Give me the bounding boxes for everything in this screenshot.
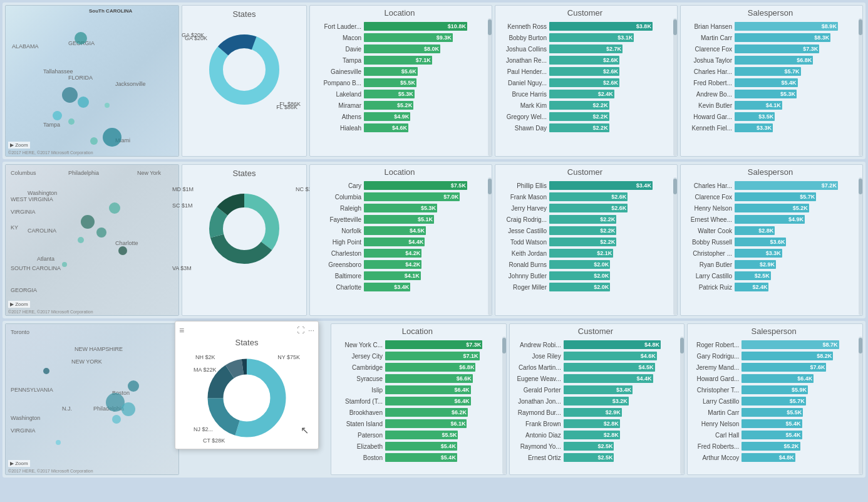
bubble-4	[103, 128, 121, 147]
customer-title-1: Customer	[499, 8, 671, 18]
bar-container: $2.1K	[549, 249, 671, 258]
pennsylvania-label: PENNSYLVANIA	[11, 387, 53, 393]
bar-label: Kenneth Ross	[499, 23, 549, 30]
bar-row: Stamford (T...$6.4K	[335, 396, 500, 406]
popup-expand-icon[interactable]: ⛶	[297, 326, 304, 335]
bar-row: Larry Castillo$5.7K	[691, 396, 856, 406]
bar-container: $7.3K	[735, 44, 856, 53]
bar-label: Jersey City	[335, 353, 385, 360]
location-title-3: Location	[335, 327, 500, 336]
bubble-r3-4	[112, 415, 121, 424]
map-bg-1: SouTh CAROLINA ALABAMA GEORGIA FLORIDA T…	[6, 6, 178, 156]
map-copyright-1: ©2017 HERE, ©2017 Microsoft Corporation	[8, 150, 93, 155]
map-zoom-1[interactable]: ▶ Zoom	[8, 142, 30, 149]
bar-fill: $8.7K	[741, 340, 839, 349]
bar-label: Charles Har...	[685, 68, 735, 75]
bubble-8	[75, 32, 87, 44]
bar-label: Bruce Harris	[499, 91, 549, 98]
bubble-r3-6	[56, 440, 61, 445]
bar-container: $3.3K	[735, 123, 856, 132]
bar-label: Christopher ...	[685, 250, 735, 257]
bar-label: Roger Miller	[499, 284, 549, 291]
popup-ny: NY $75K	[277, 354, 300, 360]
bar-container: $2.9K	[564, 408, 678, 417]
tallahassee-label: Tallahassee	[43, 68, 73, 75]
location-scrollbar-3[interactable]	[502, 337, 506, 474]
bar-container: $7.3K	[385, 340, 500, 349]
bar-fill: $6.4K	[385, 385, 471, 394]
location-scrollbar-2[interactable]	[488, 177, 492, 315]
jacksonville-label: Jacksonville	[115, 81, 146, 87]
bar-fill: $4.9K	[735, 215, 805, 224]
bar-label: Martin Carr	[691, 409, 741, 416]
bar-label: Jonathan Re...	[499, 57, 549, 64]
bar-label: Baltimore	[314, 273, 364, 280]
bar-container: $2.2K	[549, 215, 671, 224]
bar-label: Martin Carr	[685, 34, 735, 41]
bubble-1	[62, 87, 78, 103]
customer-scrollbar-3[interactable]	[680, 337, 684, 474]
bar-container: $5.6K	[364, 67, 485, 76]
bar-row: Gregory Wel...$2.2K	[499, 112, 671, 122]
nc-label: CAROLINA	[28, 227, 56, 234]
bar-label: Andrew Bo...	[685, 91, 735, 98]
bubble-r3-3	[128, 380, 139, 392]
bar-fill: $7.6K	[741, 363, 826, 372]
map-zoom-2[interactable]: ▶ Zoom	[8, 301, 30, 308]
bar-container: $3.4K	[549, 181, 671, 190]
states-panel-1: States GA $20K FL $86K GA $20K FL $86K	[182, 5, 307, 157]
bar-row: Jeremy Mand...$7.6K	[691, 362, 856, 372]
bar-label: Ronald Burns	[499, 261, 549, 268]
customer-scrollbar-2[interactable]	[673, 177, 677, 315]
bar-container: $5.3K	[364, 204, 485, 212]
bar-container: $6.4K	[741, 374, 856, 383]
map-zoom-3[interactable]: ▶ Zoom	[8, 460, 30, 467]
bar-row: Antonio Diaz$2.8K	[514, 430, 678, 440]
bar-container: $7.5K	[364, 181, 485, 190]
customer-scrollbar-1[interactable]	[673, 18, 677, 156]
salesperson-scrollbar-1[interactable]	[859, 18, 862, 156]
bar-container: $5.2K	[364, 101, 485, 110]
bar-fill: $4.1K	[735, 101, 782, 110]
tampa-label: Tampa	[43, 122, 60, 128]
bar-container: $4.2K	[364, 260, 485, 269]
bar-row: Kenneth Ross$3.8K	[499, 21, 671, 31]
location-bars-2: Cary$7.5KColumbia$7.0KRaleigh$5.3KFayett…	[314, 180, 485, 292]
bar-container: $5.5K	[385, 431, 500, 439]
location-scrollbar-1[interactable]	[488, 18, 492, 156]
bar-label: Roger Robert...	[691, 342, 741, 348]
popup-menu-icon[interactable]: ≡	[179, 325, 184, 335]
donut-chart-2: MD $1M SC $1M NC $3M VA $3M	[200, 185, 288, 273]
donut2-md: MD $1M	[172, 186, 194, 192]
popup-more-icon[interactable]: ···	[308, 326, 314, 335]
location-title-2: Location	[314, 167, 485, 177]
bar-container: $7.0K	[364, 192, 485, 201]
bar-container: $8.7K	[741, 340, 856, 349]
states-panel-2: States MD $1M SC $1M NC $3M VA $3M	[182, 164, 307, 316]
bar-container: $4.5K	[564, 363, 678, 372]
bar-fill: $5.2K	[741, 442, 800, 451]
bar-row: Andrew Bo...$5.3K	[685, 89, 856, 99]
bar-label: Hialeah	[314, 125, 364, 132]
bar-label: Raymond Bur...	[514, 409, 564, 416]
salesperson-scrollbar-2[interactable]	[859, 177, 862, 315]
bar-container: $8.0K	[364, 44, 485, 53]
bar-label: Jose Riley	[514, 353, 564, 360]
bar-row: Fort Lauder...$10.8K	[314, 21, 485, 31]
bar-container: $4.2K	[364, 249, 485, 258]
bar-row: Jose Riley$4.6K	[514, 351, 678, 361]
salesperson-title-3: Salesperson	[691, 327, 856, 336]
philadelphia-label: Philadelphia	[68, 170, 99, 176]
bar-label: Eugene Weav...	[514, 375, 564, 382]
salesperson-title-2: Salesperson	[685, 167, 856, 177]
salesperson-scrollbar-3[interactable]	[859, 337, 862, 474]
bar-label: Ryan Butler	[685, 261, 735, 268]
bar-fill: $5.7K	[735, 192, 816, 201]
bar-label: Gregory Wel...	[499, 113, 549, 120]
cursor-indicator: ↖	[301, 424, 309, 436]
bar-container: $2.0K	[549, 271, 671, 280]
bar-row: Christopher ...$3.3K	[685, 248, 856, 258]
bar-row: Syracuse$6.6K	[335, 374, 500, 384]
bar-row: Henry Nelson$5.4K	[691, 419, 856, 429]
bar-label: Raymond Yo...	[514, 443, 564, 450]
